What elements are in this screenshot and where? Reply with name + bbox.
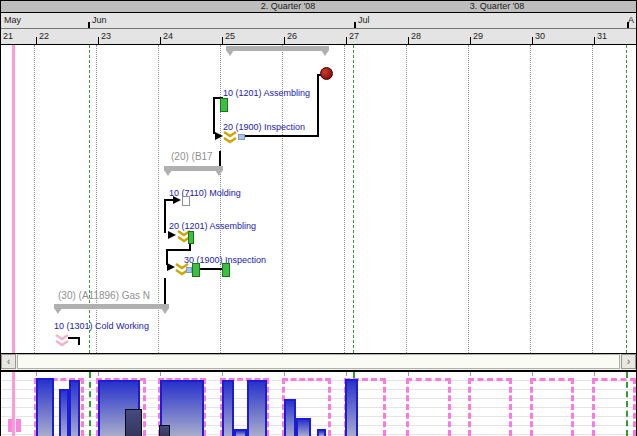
operation-bar-green[interactable] <box>188 231 194 244</box>
connector-line <box>164 278 166 306</box>
summary-bar-end-right <box>321 50 329 56</box>
week-label: 22 <box>39 30 49 42</box>
month-tick <box>88 22 90 28</box>
gantt-chart-area: (20) (B17(30) (A11896) Gas N10 (1201) As… <box>1 45 636 354</box>
gantt-gridline-week <box>220 45 221 353</box>
small-pink-load-bar <box>8 419 12 432</box>
scroll-left-button[interactable]: ‹ <box>1 354 16 369</box>
week-tick <box>36 37 37 44</box>
capacity-load-bar[interactable] <box>69 380 80 436</box>
gantt-gridline-week <box>34 45 35 353</box>
summary-bar-end-right <box>161 308 169 314</box>
operation-label: 10 (1201) Assembling <box>223 88 310 98</box>
week-label: 27 <box>349 30 359 42</box>
week-tick <box>222 37 223 44</box>
week-label: 31 <box>597 30 607 42</box>
now-line <box>12 45 15 353</box>
month-label: Jun <box>92 14 107 26</box>
operation-bar-green[interactable] <box>192 263 200 277</box>
operation-bar-lightblue[interactable] <box>238 134 245 140</box>
month-tick <box>627 22 629 28</box>
connector-line <box>219 151 221 167</box>
capacity-load-bar[interactable] <box>59 389 69 436</box>
scroll-right-button[interactable]: › <box>621 354 636 369</box>
capacity-load-bar[interactable] <box>247 380 267 436</box>
connector-line <box>317 74 319 137</box>
connector-line <box>213 97 215 134</box>
capacity-load-bar[interactable] <box>36 378 54 436</box>
histogram-week-tick <box>346 372 347 376</box>
connector-line <box>164 199 166 233</box>
start-arrow-icon <box>173 196 181 204</box>
quarter-label: 3. Quarter '08 <box>470 1 525 12</box>
scroll-right-icon: › <box>627 355 631 367</box>
start-arrow-icon <box>167 263 175 271</box>
histogram-month-line <box>89 372 91 436</box>
gantt-gridline-week <box>592 45 593 353</box>
secondary-load-bar[interactable] <box>159 425 170 436</box>
summary-bar[interactable] <box>54 304 169 309</box>
gantt-gridline-week <box>344 45 345 353</box>
milestone-dark-red[interactable] <box>320 67 333 80</box>
connector-line <box>166 249 191 251</box>
summary-bar-end-right <box>215 170 223 176</box>
month-label: Jul <box>358 14 370 26</box>
week-tick <box>594 37 595 44</box>
week-label: 26 <box>287 30 297 42</box>
week-label: 25 <box>225 30 235 42</box>
histogram-now-line <box>12 372 15 436</box>
gantt-gridline-month <box>626 45 627 353</box>
week-label: 28 <box>411 30 421 42</box>
small-pink-load-bar <box>16 419 21 432</box>
capacity-load-bar[interactable] <box>296 418 311 436</box>
summary-bar-end-left <box>226 50 234 56</box>
histogram-week-tick <box>284 372 285 376</box>
histogram-week-tick <box>222 372 223 376</box>
capacity-load-bar[interactable] <box>222 380 234 436</box>
connector-line <box>78 337 80 345</box>
secondary-load-bar[interactable] <box>125 409 142 436</box>
week-tick <box>532 37 533 44</box>
gantt-gridline-week <box>406 45 407 353</box>
histogram-week-tick <box>594 372 595 376</box>
capacity-load-bar[interactable] <box>317 429 326 436</box>
capacity-limit-rect <box>592 378 636 436</box>
week-label: 29 <box>473 30 483 42</box>
timescale-quarter-row: 2. Quarter '083. Quarter '08 <box>1 1 636 13</box>
summary-label: (30) (A11896) Gas N <box>58 290 150 301</box>
month-tick <box>354 22 356 28</box>
operation-bar-green[interactable] <box>222 263 230 277</box>
start-arrow-icon <box>215 132 223 140</box>
week-tick <box>346 37 347 44</box>
week-tick <box>284 37 285 44</box>
operation-bar-pale[interactable] <box>182 196 190 206</box>
operation-bar-green[interactable] <box>220 98 228 112</box>
setup-chevron-pink-icon <box>55 333 69 346</box>
connector-line <box>199 268 223 270</box>
week-tick <box>160 37 161 44</box>
histogram-week-tick <box>36 372 37 376</box>
summary-bar-end-left <box>54 308 62 314</box>
histogram-week-tick <box>470 372 471 376</box>
scroll-left-icon: ‹ <box>7 355 11 367</box>
capacity-load-bar[interactable] <box>345 379 358 436</box>
month-label: May <box>4 14 21 26</box>
week-label: 24 <box>163 30 173 42</box>
summary-label: (20) (B17 <box>171 151 213 162</box>
gantt-gridline-month <box>353 45 354 353</box>
capacity-load-bar[interactable] <box>234 429 247 436</box>
week-tick <box>98 37 99 44</box>
timescale-week-row: 2122232425262728293031 <box>1 29 636 45</box>
capacity-histogram-area <box>1 371 636 436</box>
gantt-gridline-week <box>530 45 531 353</box>
histogram-week-tick <box>98 372 99 376</box>
week-tick <box>470 37 471 44</box>
summary-bar[interactable] <box>226 46 329 51</box>
start-arrow-icon <box>168 231 176 239</box>
horizontal-scrollbar[interactable]: ‹ › <box>1 354 636 371</box>
histogram-week-tick <box>160 372 161 376</box>
capacity-limit-rect <box>530 378 574 436</box>
capacity-load-bar[interactable] <box>284 399 296 436</box>
scrollbar-thumb[interactable] <box>17 354 620 369</box>
week-label: 30 <box>535 30 545 42</box>
